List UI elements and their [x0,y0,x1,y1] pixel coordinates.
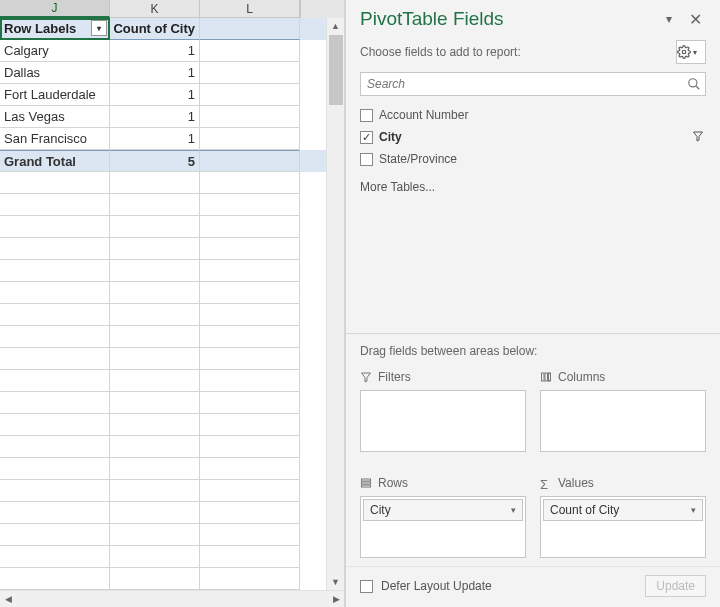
areas-section: Drag fields between areas below: Filters… [346,333,720,566]
columns-dropzone[interactable] [540,390,706,452]
defer-checkbox[interactable] [360,580,373,593]
pivot-filter-dropdown-button[interactable]: ▾ [91,20,107,36]
area-label: Columns [558,370,605,384]
svg-line-2 [696,86,700,90]
pane-title: PivotTable Fields [360,8,654,30]
vertical-scrollbar[interactable]: ▲ ▼ [326,18,344,590]
fields-prompt: Choose fields to add to report: [360,45,676,59]
column-header-row: J K L [0,0,344,18]
cell-empty[interactable] [200,18,300,40]
col-header-l[interactable]: L [200,0,300,18]
close-icon[interactable]: ✕ [684,8,706,30]
values-item-count-of-city[interactable]: Count of City ▾ [543,499,703,521]
rows-item-city[interactable]: City ▾ [363,499,523,521]
drop-item-label: Count of City [550,503,619,517]
pivot-row-label[interactable]: Las Vegas [0,106,110,128]
filter-icon [360,371,372,383]
drop-item-label: City [370,503,391,517]
field-label: City [379,130,686,144]
chevron-down-icon[interactable]: ▾ [691,505,696,515]
pivot-row-label[interactable]: San Francisco [0,128,110,150]
field-label: State/Province [379,152,706,166]
rows-area: Rows City ▾ [360,474,526,558]
pivot-row-value[interactable]: 1 [110,106,200,128]
pivot-header-row: Row Labels ▾ Count of City [0,18,326,40]
svg-rect-9 [362,482,371,484]
area-label: Rows [378,476,408,490]
pivot-grandtotal-value[interactable]: 5 [110,150,200,172]
pivot-row-value[interactable]: 1 [110,84,200,106]
scroll-right-icon[interactable]: ▶ [328,591,344,607]
chevron-down-icon[interactable]: ▾ [511,505,516,515]
areas-prompt: Drag fields between areas below: [360,344,706,358]
field-city[interactable]: City [360,126,706,148]
svg-point-0 [682,50,686,54]
worksheet-grid: J K L Row Labels ▾ Count of City Calgary… [0,0,345,607]
pivottable-fields-pane: PivotTable Fields ▾ ✕ Choose fields to a… [345,0,720,607]
filters-dropzone[interactable] [360,390,526,452]
svg-rect-10 [362,485,371,487]
pivot-row-label[interactable]: Calgary [0,40,110,62]
svg-marker-3 [694,132,703,141]
search-icon [683,77,705,91]
checkbox-icon[interactable] [360,109,373,122]
search-input[interactable] [361,77,683,91]
table-row: Calgary1 [0,40,326,62]
table-row: San Francisco1 [0,128,326,150]
more-tables-link[interactable]: More Tables... [346,170,720,202]
values-dropzone[interactable]: Count of City ▾ [540,496,706,558]
pivot-row-value[interactable]: 1 [110,62,200,84]
values-area: Σ Values Count of City ▾ [540,474,706,558]
tools-dropdown-button[interactable]: ▾ [676,40,706,64]
field-state-province[interactable]: State/Province [360,148,706,170]
filters-area: Filters [360,368,526,452]
columns-icon [540,371,552,383]
update-button[interactable]: Update [645,575,706,597]
scroll-left-icon[interactable]: ◀ [0,591,16,607]
sigma-icon: Σ [540,477,552,489]
horizontal-scrollbar[interactable]: ◀ ▶ [0,590,344,607]
pivot-row-label[interactable]: Dallas [0,62,110,84]
pivot-rowlabels-header[interactable]: Row Labels ▾ [0,18,110,40]
checkbox-icon[interactable] [360,131,373,144]
col-header-j[interactable]: J [0,0,110,18]
pivot-rowlabels-text: Row Labels [4,21,76,36]
svg-rect-7 [549,373,551,381]
filter-icon[interactable] [692,130,706,144]
svg-marker-4 [362,373,371,382]
table-row: Dallas1 [0,62,326,84]
col-header-scroll-gap [300,0,318,18]
gear-icon [677,45,691,59]
svg-rect-8 [362,479,371,481]
col-header-k[interactable]: K [110,0,200,18]
pivot-grandtotal-row: Grand Total 5 [0,150,326,172]
pivot-grandtotal-label[interactable]: Grand Total [0,150,110,172]
pivot-row-label[interactable]: Fort Lauderdale [0,84,110,106]
cells-area[interactable]: Row Labels ▾ Count of City Calgary1 Dall… [0,18,326,590]
svg-point-1 [689,79,697,87]
field-account-number[interactable]: Account Number [360,104,706,126]
table-row: Las Vegas1 [0,106,326,128]
scroll-up-icon[interactable]: ▲ [328,18,344,34]
area-label: Filters [378,370,411,384]
field-label: Account Number [379,108,706,122]
rows-dropzone[interactable]: City ▾ [360,496,526,558]
table-row: Fort Lauderdale1 [0,84,326,106]
svg-rect-5 [542,373,545,381]
scroll-thumb[interactable] [329,35,343,105]
area-label: Values [558,476,594,490]
columns-area: Columns [540,368,706,452]
svg-rect-6 [545,373,548,381]
defer-label: Defer Layout Update [381,579,492,593]
pivot-row-value[interactable]: 1 [110,128,200,150]
scroll-down-icon[interactable]: ▼ [328,574,344,590]
rows-icon [360,477,372,489]
field-list: Account Number City State/Province [346,104,720,170]
field-search-box[interactable] [360,72,706,96]
pane-menu-dropdown[interactable]: ▾ [658,8,680,30]
pivot-row-value[interactable]: 1 [110,40,200,62]
checkbox-icon[interactable] [360,153,373,166]
pivot-count-header[interactable]: Count of City [110,18,200,40]
